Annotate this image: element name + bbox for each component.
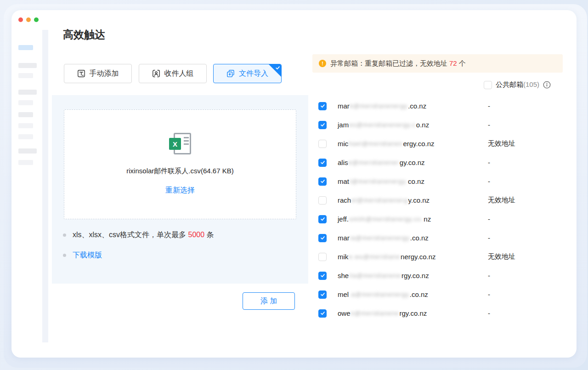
add-button[interactable]: 添 加 — [243, 292, 295, 310]
email-row: mel.a@meridianenergy.co.nz - — [318, 285, 566, 304]
sidebar-item[interactable] — [18, 112, 33, 117]
sidebar-item[interactable] — [18, 148, 37, 154]
download-template-link[interactable]: 下载模版 — [73, 250, 102, 260]
sidebar-item[interactable] — [18, 134, 33, 139]
sidebar-item-active[interactable] — [18, 45, 33, 50]
public-mailbox-checkbox[interactable] — [484, 81, 492, 89]
email-row: alise@meridianenergy.co.nz - — [318, 153, 566, 172]
email-masked-segment: k@meridianenergy — [350, 102, 407, 109]
email-row: michael@meridianenergy.co.nz 无效地址 — [318, 134, 566, 153]
email-checkbox[interactable] — [318, 140, 327, 148]
zoom-window-icon[interactable] — [34, 17, 39, 22]
abnormal-mailbox-alert: ! 异常邮箱：重复邮箱已过滤，无效地址72个 — [312, 54, 563, 73]
upload-dropzone[interactable]: X rixinsolar邮件联系人.csv(64.67 KB) 重新选择 — [64, 109, 296, 219]
email-prefix: jeff. — [338, 215, 349, 223]
email-row: mike.wu@meridianenergy.co.nz 无效地址 — [318, 247, 566, 266]
email-checkbox[interactable] — [318, 309, 327, 318]
alert-text: 异常邮箱：重复邮箱已过滤，无效地址72个 — [330, 59, 466, 68]
email-address: alise@meridianenergy.co.nz — [338, 159, 425, 166]
email-masked-segment: smith@meridianergy.co. — [349, 216, 423, 222]
email-suffix: rgy.co.nz — [400, 309, 427, 317]
text-add-icon — [77, 69, 85, 78]
sidebar-item[interactable] — [18, 90, 37, 95]
email-masked-segment: e.wu@meridiane — [349, 253, 400, 260]
email-address: michael@meridianenergy.co.nz — [338, 140, 435, 148]
sidebar-item[interactable] — [18, 63, 37, 68]
email-checkbox[interactable] — [318, 102, 327, 110]
check-icon — [320, 122, 325, 127]
selected-check-icon — [275, 65, 280, 70]
email-prefix: jam — [338, 121, 349, 129]
max-count: 5000 — [188, 231, 205, 239]
file-import-icon — [226, 69, 235, 78]
email-masked-segment: e@meridianener — [349, 159, 399, 166]
format-note: xls、xlsx、csv格式文件，单次最多 5000 条 — [63, 230, 214, 240]
warning-icon: ! — [319, 60, 326, 67]
email-checkbox[interactable] — [318, 253, 327, 261]
email-address: owen@meridianenergy.co.nz — [338, 309, 427, 317]
email-checkbox[interactable] — [318, 159, 327, 167]
email-address: maria@meridianenergy.co.nz — [338, 234, 429, 242]
reselect-link[interactable]: 重新选择 — [165, 186, 195, 195]
email-status: 无效地址 — [488, 139, 515, 148]
email-row: sheila@meridianenergy.co.nz - — [318, 266, 566, 285]
email-prefix: mel — [338, 290, 349, 298]
email-status: - — [488, 159, 490, 166]
email-checkbox[interactable] — [318, 215, 327, 223]
email-masked-segment: hael@meridianen — [349, 140, 402, 147]
template-download-row: 下载模版 — [63, 250, 102, 260]
email-row: owen@meridianenergy.co.nz - — [318, 304, 566, 323]
email-status: - — [488, 290, 490, 298]
sidebar-item[interactable] — [18, 160, 33, 165]
email-suffix: y.co.nz — [408, 196, 430, 204]
tab-manual-add[interactable]: 手动添加 — [64, 64, 132, 83]
email-prefix: mar — [338, 102, 350, 110]
tab-recipient-group[interactable]: 收件人组 — [139, 64, 207, 83]
email-address: jeff.smith@meridianergy.co.nz — [338, 215, 431, 223]
email-row: rachel@meridianenergy.co.nz 无效地址 — [318, 191, 566, 210]
email-address: matt@meridianenergy.co.nz — [338, 177, 424, 185]
email-status: 无效地址 — [488, 252, 515, 261]
email-prefix: she — [338, 272, 349, 279]
email-masked-segment: n@meridianene — [351, 310, 399, 317]
email-checkbox[interactable] — [318, 177, 327, 186]
email-address: mark@meridianenergy.co.nz — [338, 102, 426, 110]
email-address: mel.a@meridianenergy.co.nz — [338, 290, 428, 298]
email-prefix: owe — [338, 309, 351, 317]
sidebar-item[interactable] — [18, 73, 33, 78]
email-row: jeff.smith@meridianergy.co.nz - — [318, 210, 566, 228]
close-window-icon[interactable] — [18, 17, 23, 22]
email-row: matt@meridianenergy.co.nz - — [318, 172, 566, 191]
email-row: james@meridianenergy.co.nz - — [318, 115, 566, 134]
email-checkbox[interactable] — [318, 272, 327, 280]
public-mailbox-label: 公共邮箱(105) — [496, 80, 539, 89]
check-icon — [320, 235, 325, 240]
email-row: maria@meridianenergy.co.nz - — [318, 228, 566, 247]
uploaded-file-name: rixinsolar邮件联系人.csv(64.67 KB) — [126, 167, 233, 176]
check-icon — [320, 179, 325, 184]
email-list: mark@meridianenergy.co.nz - james@meridi… — [318, 97, 566, 323]
email-suffix: gy.co.nz — [400, 159, 425, 166]
email-prefix: mik — [338, 253, 348, 261]
sidebar-item[interactable] — [18, 123, 33, 128]
email-status: - — [488, 102, 490, 110]
email-status: - — [488, 272, 490, 279]
public-mailbox-count: (105) — [523, 80, 539, 88]
email-masked-segment: ia@meridianenergy — [350, 234, 410, 241]
email-masked-segment: ila@meridianene — [349, 272, 401, 279]
email-status: - — [488, 309, 490, 317]
email-checkbox[interactable] — [318, 196, 327, 205]
email-masked-segment: .a@meridianenergy — [349, 291, 409, 298]
check-icon — [320, 216, 325, 222]
check-icon — [320, 103, 325, 108]
info-icon[interactable] — [543, 81, 551, 89]
email-checkbox[interactable] — [318, 290, 327, 299]
tab-file-import[interactable]: 文件导入 — [213, 64, 282, 83]
sidebar-item[interactable] — [18, 100, 33, 105]
tab-label: 手动添加 — [90, 69, 119, 79]
email-row: mark@meridianenergy.co.nz - — [318, 97, 566, 115]
email-prefix: mar — [338, 234, 350, 242]
email-checkbox[interactable] — [318, 121, 327, 129]
email-checkbox[interactable] — [318, 234, 327, 242]
minimize-window-icon[interactable] — [26, 17, 31, 22]
